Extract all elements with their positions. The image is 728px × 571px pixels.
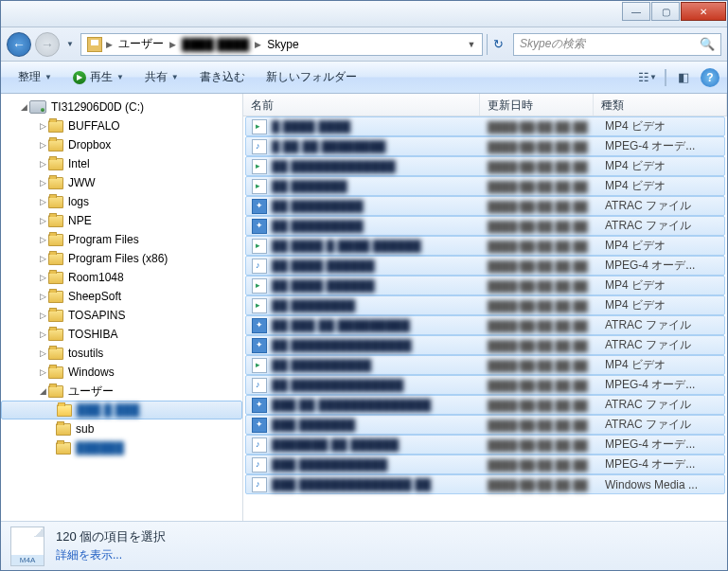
folder-icon xyxy=(48,253,63,265)
new-folder-button[interactable]: 新しいフォルダー xyxy=(257,65,366,89)
tree-item[interactable]: ▷logs xyxy=(1,192,242,211)
search-icon[interactable]: 🔍 xyxy=(700,37,715,51)
file-icon xyxy=(252,338,267,353)
tree-item[interactable]: ▷SheepSoft xyxy=(1,287,242,306)
address-dropdown[interactable]: ▼ xyxy=(463,40,480,49)
breadcrumb[interactable]: ████ ████ xyxy=(176,38,255,51)
file-row[interactable]: ██ █████████████████/██/██ ██:██MP4 ビデオ xyxy=(245,156,725,176)
address-bar[interactable]: ▶ ユーザー ▶ ████ ████ ▶ Skype ▼ xyxy=(80,33,483,56)
file-date: ████/██/██ ██:██ xyxy=(488,360,601,371)
expand-icon[interactable]: ▷ xyxy=(37,348,48,358)
tree-item[interactable]: sub xyxy=(1,419,242,438)
file-row[interactable]: ██ ████ █ ████ ██████████/██/██ ██:██MP4… xyxy=(245,236,725,256)
file-row[interactable]: ██ ██████████████/██/██ ██:██MP4 ビデオ xyxy=(245,355,725,375)
file-row[interactable]: ██ █████████████/██/██ ██:██ATRAC ファイル xyxy=(245,216,725,236)
file-row[interactable]: ██ ████ ██████████/██/██ ██:██MPEG-4 オーデ… xyxy=(245,256,725,276)
preview-pane-button[interactable]: ◧ xyxy=(668,67,699,88)
file-row[interactable]: ███ ██████████████ ██████/██/██ ██:██Win… xyxy=(245,474,725,494)
breadcrumb[interactable]: ユーザー xyxy=(113,36,169,52)
column-date[interactable]: 更新日時 xyxy=(480,94,594,116)
file-icon xyxy=(252,318,267,333)
tree-item[interactable]: ▷Intel xyxy=(1,154,242,173)
folder-icon xyxy=(87,37,102,52)
file-name: ██ ████ ██████ xyxy=(272,279,488,293)
column-type[interactable]: 種類 xyxy=(594,94,727,116)
expand-icon[interactable]: ▷ xyxy=(37,216,48,225)
expand-icon[interactable]: ▷ xyxy=(37,178,48,187)
file-type: MP4 ビデオ xyxy=(601,297,724,313)
tree-drive[interactable]: ◢ TI312906D0D (C:) xyxy=(1,98,242,116)
file-row[interactable]: █ ████ ████████/██/██ ██:██MP4 ビデオ xyxy=(245,116,725,136)
chevron-right-icon[interactable]: ▶ xyxy=(255,40,261,49)
tree-item[interactable]: ▷tosutils xyxy=(1,344,242,363)
file-row[interactable]: █ ██ ██ ████████████/██/██ ██:██MPEG-4 オ… xyxy=(245,136,725,156)
expand-icon[interactable]: ▷ xyxy=(37,330,48,339)
file-row[interactable]: ███ ███████████████/██/██ ██:██MPEG-4 オー… xyxy=(245,455,725,474)
tree-item-selected[interactable]: ███ █ ███ xyxy=(1,401,242,419)
tree-item[interactable]: ▷BUFFALO xyxy=(1,116,242,135)
file-row[interactable]: ███████ ██ ██████████/██/██ ██:██MPEG-4 … xyxy=(245,435,725,455)
breadcrumb[interactable]: Skype xyxy=(261,38,304,51)
collapse-icon[interactable]: ◢ xyxy=(37,386,48,396)
file-row[interactable]: ██ █████████████/██/██ ██:██ATRAC ファイル xyxy=(245,196,725,216)
nav-history-dropdown[interactable]: ▼ xyxy=(63,32,77,57)
file-icon xyxy=(252,179,267,194)
expand-icon[interactable]: ▷ xyxy=(37,140,48,150)
search-input[interactable]: Skypeの検索 🔍 xyxy=(513,33,721,56)
expand-icon[interactable]: ▷ xyxy=(37,367,48,377)
tree-item[interactable]: ▷Program Files xyxy=(1,230,242,249)
tree-item[interactable]: ▷Room1048 xyxy=(1,268,242,287)
view-options-button[interactable]: ☷ ▼ xyxy=(632,67,663,88)
tree-item[interactable]: ██████ xyxy=(1,438,242,457)
file-row[interactable]: ██ ███████████████████/██/██ ██:██ATRAC … xyxy=(245,335,725,355)
organize-menu[interactable]: 整理▼ xyxy=(9,65,62,89)
navigation-tree[interactable]: ◢ TI312906D0D (C:) ▷BUFFALO▷Dropbox▷Inte… xyxy=(1,94,243,521)
tree-item[interactable]: ▷Windows xyxy=(1,363,242,382)
file-row[interactable]: ██ ████ ██████████/██/██ ██:██MP4 ビデオ xyxy=(245,276,725,295)
burn-button[interactable]: 書き込む xyxy=(190,65,255,89)
details-show-more-link[interactable]: 詳細を表示... xyxy=(56,547,166,563)
file-name: ██ ██████████████ xyxy=(272,379,488,392)
file-row[interactable]: ██ ███████████/██/██ ██:██MP4 ビデオ xyxy=(245,176,725,196)
file-type: MPEG-4 オーデ... xyxy=(601,456,724,473)
tree-item[interactable]: ◢ユーザー xyxy=(1,382,242,401)
expand-icon[interactable]: ▷ xyxy=(37,121,48,131)
expand-icon[interactable]: ▷ xyxy=(37,235,48,244)
tree-item[interactable]: ▷JWW xyxy=(1,173,242,192)
file-icon xyxy=(252,139,267,154)
file-row[interactable]: ██ ████████████/██/██ ██:██MP4 ビデオ xyxy=(245,295,725,315)
expand-icon[interactable]: ▷ xyxy=(37,254,48,263)
chevron-right-icon[interactable]: ▶ xyxy=(169,40,176,49)
forward-button[interactable]: → xyxy=(35,32,60,57)
tree-item[interactable]: ▷Program Files (x86) xyxy=(1,249,242,268)
file-row[interactable]: ███ ██ ██████████████████/██/██ ██:██ATR… xyxy=(245,395,725,415)
tree-item[interactable]: ▷TOSHIBA xyxy=(1,325,242,344)
tree-label: Windows xyxy=(68,366,115,379)
tree-item[interactable]: ▷NPE xyxy=(1,211,242,230)
expand-icon[interactable]: ▷ xyxy=(37,311,48,320)
collapse-icon[interactable]: ◢ xyxy=(18,102,29,112)
expand-icon[interactable]: ▷ xyxy=(37,159,48,169)
tree-item[interactable]: ▷Dropbox xyxy=(1,135,242,154)
file-row[interactable]: ██ ██████████████████/██/██ ██:██MPEG-4 … xyxy=(245,375,725,395)
maximize-button[interactable]: ▢ xyxy=(651,2,680,21)
file-row[interactable]: ██ ███ ██ █████████████/██/██ ██:██ATRAC… xyxy=(245,315,725,335)
file-name: █ ████ ████ xyxy=(272,120,488,134)
expand-icon[interactable]: ▷ xyxy=(37,197,48,206)
tree-item[interactable]: ▷TOSAPINS xyxy=(1,306,242,325)
play-menu[interactable]: ▶再生▼ xyxy=(63,65,133,89)
expand-icon[interactable]: ▷ xyxy=(37,292,48,301)
help-button[interactable]: ? xyxy=(701,68,719,87)
column-name[interactable]: 名前 xyxy=(243,94,480,116)
file-icon xyxy=(252,358,267,373)
refresh-button[interactable]: ↻ xyxy=(487,34,509,55)
close-button[interactable]: ✕ xyxy=(681,2,726,21)
expand-icon[interactable]: ▷ xyxy=(37,273,48,282)
minimize-button[interactable]: — xyxy=(622,2,650,21)
file-row[interactable]: ███ ███████████/██/██ ██:██ATRAC ファイル xyxy=(245,415,725,435)
chevron-right-icon[interactable]: ▶ xyxy=(106,40,113,49)
file-date: ████/██/██ ██:██ xyxy=(488,340,601,351)
share-menu[interactable]: 共有▼ xyxy=(135,65,188,89)
file-list[interactable]: 名前 更新日時 種類 █ ████ ████████/██/██ ██:██MP… xyxy=(243,94,727,521)
back-button[interactable]: ← xyxy=(7,32,31,57)
